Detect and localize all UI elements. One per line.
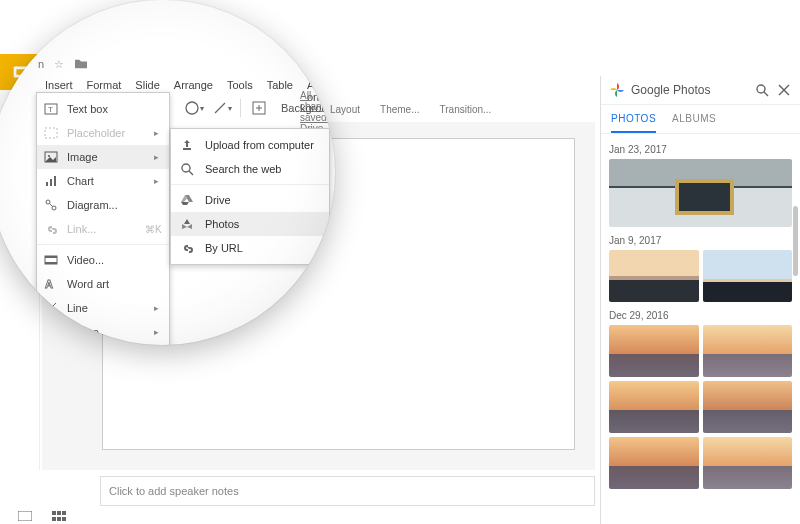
star-icon[interactable]: ☆ — [52, 57, 66, 71]
google-photos-panel: Google Photos PHOTOS ALBUMS Jan 23, 2017… — [600, 76, 800, 524]
google-photos-logo-icon — [609, 82, 625, 98]
photo-thumbnail[interactable] — [609, 437, 699, 489]
photo-thumbnail[interactable] — [609, 159, 792, 227]
svg-text:T: T — [48, 105, 53, 114]
shape-tool-icon[interactable]: ▾ — [182, 96, 206, 120]
slide-thumbnail-strip[interactable] — [0, 122, 40, 470]
close-icon[interactable] — [776, 82, 792, 98]
transition-button[interactable]: Transition... — [440, 104, 492, 115]
svg-rect-1 — [16, 69, 25, 75]
doc-title-row: n ☆ — [38, 54, 88, 74]
insert-textbox[interactable]: TText box — [37, 97, 169, 121]
svg-rect-4 — [57, 511, 61, 515]
photo-group-date: Dec 29, 2016 — [609, 310, 792, 321]
tab-albums[interactable]: ALBUMS — [672, 105, 716, 133]
toolbar: ▾ ▾ Background... — [38, 94, 335, 122]
photo-thumbnail[interactable] — [703, 381, 793, 433]
panel-title: Google Photos — [631, 83, 748, 97]
menu-tools[interactable]: Tools — [220, 76, 260, 106]
photo-thumbnail[interactable] — [609, 325, 699, 377]
photo-thumbnail[interactable] — [703, 325, 793, 377]
theme-button[interactable]: Theme... — [380, 104, 419, 115]
photo-thumbnail[interactable] — [609, 381, 699, 433]
line-tool-icon[interactable]: ▾ — [210, 96, 234, 120]
speaker-notes[interactable]: Click to add speaker notes — [100, 476, 595, 506]
menu-slide[interactable]: Slide — [128, 76, 166, 106]
svg-rect-5 — [62, 511, 66, 515]
svg-rect-7 — [57, 517, 61, 521]
photo-thumbnail[interactable] — [703, 437, 793, 489]
menu-insert[interactable]: Insert — [38, 76, 80, 106]
svg-rect-8 — [62, 517, 66, 521]
slide[interactable] — [102, 138, 575, 450]
photos-scroll[interactable]: Jan 23, 2017 Jan 9, 2017 Dec 29, 2016 — [601, 134, 800, 524]
search-icon[interactable] — [754, 82, 770, 98]
svg-rect-14 — [45, 104, 57, 114]
svg-line-36 — [764, 92, 768, 96]
view-mode-bar — [0, 508, 120, 524]
menu-addons[interactable]: Add-ons — [300, 76, 335, 106]
folder-icon[interactable] — [74, 57, 88, 71]
menu-format[interactable]: Format — [80, 76, 129, 106]
svg-rect-6 — [52, 517, 56, 521]
new-slide-icon[interactable] — [247, 96, 271, 120]
svg-rect-2 — [18, 511, 32, 521]
photos-tabs: PHOTOS ALBUMS — [601, 105, 800, 134]
svg-rect-3 — [52, 511, 56, 515]
photo-group-date: Jan 9, 2017 — [609, 235, 792, 246]
text-box-icon: T — [43, 101, 59, 117]
slides-app-icon[interactable] — [0, 54, 42, 90]
layout-button[interactable]: Layout — [330, 104, 360, 115]
menu-bar: Insert Format Slide Arrange Tools Table … — [38, 76, 335, 106]
slide-option-row: Layout Theme... Transition... — [330, 104, 491, 115]
filmstrip-view-icon[interactable] — [52, 511, 66, 521]
slides-logo-icon — [10, 61, 32, 83]
svg-point-9 — [186, 102, 198, 114]
menu-arrange[interactable]: Arrange — [167, 76, 220, 106]
background-button[interactable]: Background... — [275, 102, 335, 114]
photo-group-date: Jan 23, 2017 — [609, 144, 792, 155]
photo-thumbnail[interactable] — [609, 250, 699, 302]
scrollbar-thumb[interactable] — [793, 206, 798, 276]
slide-canvas[interactable] — [42, 122, 595, 470]
tab-photos[interactable]: PHOTOS — [611, 105, 656, 133]
menu-table[interactable]: Table — [260, 76, 300, 106]
photo-thumbnail[interactable] — [703, 250, 793, 302]
svg-rect-11 — [253, 102, 265, 114]
svg-point-35 — [757, 85, 765, 93]
grid-view-icon[interactable] — [18, 511, 32, 521]
svg-line-10 — [215, 103, 225, 113]
